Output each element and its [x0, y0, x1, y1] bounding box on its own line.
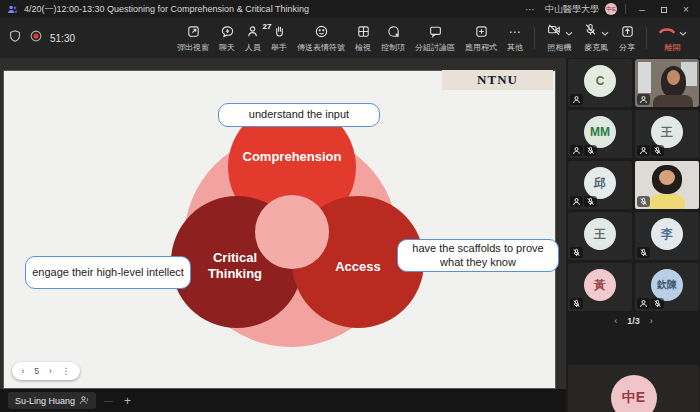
presenter-name: Su-Ling Huang	[15, 396, 75, 406]
member-icon	[637, 298, 650, 309]
chat-icon	[220, 24, 235, 40]
participant-tile[interactable]: 欽陳	[635, 263, 699, 311]
member-icon	[637, 145, 650, 156]
mic-off-icon	[583, 22, 598, 41]
participant-tile[interactable]: 黃	[568, 263, 632, 311]
share-tab-bar: Su-Ling Huang — +	[0, 389, 566, 412]
self-avatar: 中E	[611, 375, 657, 412]
page-prev-button[interactable]: ‹	[614, 316, 617, 326]
participant-avatar: 黃	[584, 269, 616, 301]
sidebar-pagination: ‹ 1/3 ›	[568, 314, 699, 328]
breakout-icon	[428, 24, 443, 40]
organization-name: 中山醫學大學	[545, 3, 599, 16]
controls-button[interactable]: 控制項	[376, 24, 410, 53]
window-titlebar: 4/20(一)12:00-13:30 Questioning for Compr…	[0, 0, 700, 18]
toolbar-divider	[534, 27, 535, 49]
participant-avatar: 欽陳	[651, 269, 683, 301]
participant-avatar: C	[584, 65, 616, 97]
leave-call-icon	[658, 22, 676, 41]
camera-chevron-icon[interactable]	[565, 23, 573, 41]
mic-off-icon	[570, 298, 583, 309]
camera-button[interactable]: 照相機	[541, 24, 578, 53]
participant-count: 27	[263, 22, 272, 31]
more-button[interactable]: ⋯ 其他	[502, 24, 528, 53]
recording-timer: 51:30	[50, 33, 75, 44]
participant-avatar: 王	[651, 116, 683, 148]
apps-icon	[474, 24, 489, 40]
mic-off-icon	[570, 247, 583, 258]
titlebar-divider	[625, 4, 626, 14]
breakout-rooms-button[interactable]: 分組討論區	[410, 24, 460, 53]
titlebar-more-button[interactable]: ⋯	[521, 4, 539, 15]
prev-slide-button[interactable]: ‹	[22, 366, 25, 376]
participant-tile[interactable]: C	[568, 59, 632, 107]
mic-off-icon	[637, 196, 650, 207]
participant-avatar: 王	[584, 218, 616, 250]
participant-tile[interactable]: 王	[568, 212, 632, 260]
member-icon	[570, 94, 583, 105]
apps-button[interactable]: 應用程式	[460, 24, 502, 53]
shared-screen-area: NTNU Comprehension Critical Thinking Acc…	[0, 58, 566, 389]
slide-menu-button[interactable]: ⋮	[61, 366, 70, 376]
leave-chevron-icon[interactable]	[679, 23, 687, 41]
controls-icon	[386, 24, 401, 40]
presenter-audio-icon	[79, 395, 89, 407]
presenter-tab[interactable]: Su-Ling Huang	[8, 392, 96, 409]
page-next-button[interactable]: ›	[650, 316, 653, 326]
participant-tile[interactable]: 邱	[568, 161, 632, 209]
mic-off-icon	[637, 247, 650, 258]
member-icon	[570, 145, 583, 156]
share-icon	[620, 24, 635, 40]
microphone-button[interactable]: 麥克風	[578, 24, 614, 53]
presentation-slide: NTNU Comprehension Critical Thinking Acc…	[3, 70, 556, 389]
chat-button[interactable]: 聊天	[214, 24, 240, 53]
raise-hand-icon	[272, 24, 287, 40]
mic-chevron-icon[interactable]	[601, 23, 609, 41]
mic-off-icon	[584, 196, 597, 207]
main-area: NTNU Comprehension Critical Thinking Acc…	[0, 58, 700, 412]
camera-off-icon	[546, 22, 562, 41]
emoji-icon	[314, 24, 329, 40]
add-tab-button[interactable]: +	[121, 394, 134, 408]
participant-tile[interactable]: 李	[635, 212, 699, 260]
participants-button[interactable]: 27 人員	[240, 24, 266, 53]
member-icon	[570, 196, 583, 207]
mic-off-icon	[651, 145, 664, 156]
callout-scaffolds: have the scaffolds to prove what they kn…	[397, 239, 559, 272]
next-slide-button[interactable]: ›	[49, 366, 52, 376]
tab-divider: —	[104, 396, 113, 406]
participant-avatar: 邱	[584, 167, 616, 199]
ellipsis-icon: ⋯	[509, 24, 522, 40]
view-button[interactable]: 檢視	[350, 24, 376, 53]
user-avatar[interactable]: 中E	[605, 3, 617, 15]
shield-icon[interactable]	[8, 29, 22, 47]
recording-indicator-icon[interactable]	[29, 29, 43, 47]
callout-understand-input: understand the input	[218, 103, 380, 127]
minimize-button[interactable]: –	[634, 4, 650, 15]
slide-navigation: ‹ 5 › ⋮	[12, 362, 80, 380]
people-icon: 27	[246, 24, 261, 40]
popout-window-button[interactable]: 彈出視窗	[172, 24, 214, 53]
callout-high-level-intellect: engage their high-level intellect	[25, 256, 191, 289]
meeting-toolbar: 51:30 彈出視窗 聊天 27 人員 舉手 傳送表情符號 檢視 控制項 分組討…	[0, 18, 700, 58]
leave-meeting-button[interactable]: 離開	[653, 24, 692, 53]
popup-icon	[186, 24, 201, 40]
send-reaction-button[interactable]: 傳送表情符號	[292, 24, 350, 53]
page-indicator: 1/3	[627, 316, 640, 326]
mic-off-icon	[651, 298, 664, 309]
participant-tile[interactable]: 王	[635, 110, 699, 158]
self-view-tile[interactable]: 中E	[568, 365, 699, 412]
share-screen-button[interactable]: 分享	[614, 24, 640, 53]
participant-tile[interactable]: MM	[568, 110, 632, 158]
comprehension-label: Comprehension	[212, 149, 372, 165]
participant-tile[interactable]	[635, 161, 699, 209]
mic-off-icon	[584, 145, 597, 156]
member-icon	[637, 94, 650, 105]
maximize-button[interactable]	[656, 4, 672, 15]
meeting-app-icon	[6, 3, 18, 15]
toolbar-divider	[646, 27, 647, 49]
close-button[interactable]: ×	[678, 4, 694, 15]
participant-tile-speaking[interactable]	[635, 59, 699, 107]
participant-avatar: 李	[651, 218, 683, 250]
participants-sidebar: C MM 王 邱	[566, 58, 700, 412]
